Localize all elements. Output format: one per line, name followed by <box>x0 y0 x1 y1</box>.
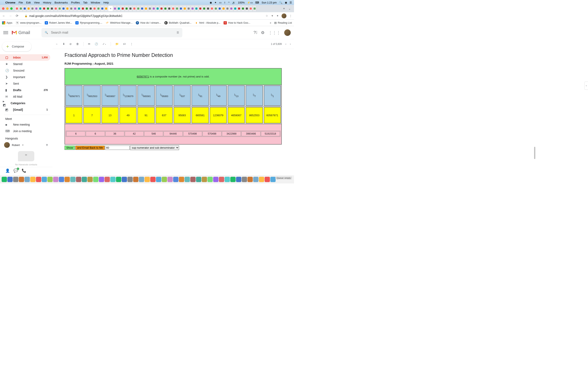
browser-tab[interactable] <box>85 6 89 11</box>
browser-tab[interactable] <box>50 6 54 11</box>
dock-app-icon[interactable] <box>19 177 24 182</box>
dock-app-icon[interactable] <box>13 177 18 182</box>
browser-tab[interactable] <box>46 6 50 11</box>
dock-app-icon[interactable] <box>259 177 264 182</box>
menu-file[interactable]: File <box>18 1 23 4</box>
close-tab-icon[interactable]: ✕ <box>110 7 112 10</box>
apps-shortcut[interactable]: Apps <box>2 21 12 25</box>
browser-tab[interactable] <box>175 6 179 11</box>
support-icon[interactable]: ?⃝ <box>254 30 257 35</box>
browser-tab[interactable] <box>132 6 136 11</box>
chevron-down-icon[interactable]: ▼ <box>22 144 24 146</box>
bookmark-item[interactable]: ●Robert James Met... <box>45 21 72 25</box>
volume-icon[interactable]: 🔊 <box>232 1 235 4</box>
browser-tab[interactable] <box>31 6 35 11</box>
person-icon[interactable]: 👤 <box>5 168 10 173</box>
reading-list-button[interactable]: ▤Reading List <box>274 21 292 24</box>
menu-tab[interactable]: Tab <box>83 1 87 4</box>
clock[interactable]: Sun 1:23 pm <box>261 1 277 4</box>
prev-mail-icon[interactable]: ‹ <box>285 43 286 45</box>
dock-app-icon[interactable] <box>190 177 196 182</box>
browser-tab[interactable] <box>218 6 222 11</box>
phone-icon[interactable]: 📞 <box>22 168 26 173</box>
dock-app-icon[interactable] <box>104 177 110 182</box>
browser-tab[interactable] <box>229 6 233 11</box>
search-input[interactable] <box>51 31 174 34</box>
sidebar-item-categories[interactable]: ▸ ◩Categories <box>0 100 50 106</box>
menu-view[interactable]: View <box>34 1 40 4</box>
dock-app-icon[interactable] <box>196 177 201 182</box>
tested-number[interactable]: 60567871 <box>137 75 149 78</box>
dock-app-icon[interactable] <box>116 177 121 182</box>
browser-tab[interactable] <box>69 6 73 11</box>
sidebar-item-gmail[interactable]: ◩[Gmail]1 <box>0 106 50 113</box>
bookmark-item[interactable]: aRjmprogramming.... <box>75 21 102 25</box>
browser-tab[interactable] <box>214 6 218 11</box>
dock-app-icon[interactable] <box>70 177 76 182</box>
dock-app-icon[interactable] <box>93 177 98 182</box>
menu-bookmarks[interactable]: Bookmarks <box>54 1 68 4</box>
browser-tab[interactable] <box>187 6 191 11</box>
input-icon[interactable]: ⌨ <box>255 1 259 4</box>
chat-icon[interactable]: 💬 <box>13 168 18 173</box>
airplay-icon[interactable]: ▭ <box>219 1 222 4</box>
bookmark-item[interactable]: GHow to Hack Goo... <box>224 21 250 25</box>
more-icon[interactable]: ⋮ <box>130 42 133 45</box>
browser-tab[interactable] <box>167 6 171 11</box>
compose-button[interactable]: + Compose <box>2 42 31 51</box>
dock-app-icon[interactable] <box>167 177 173 182</box>
battery-icon[interactable]: ⚡▭ <box>247 1 253 4</box>
browser-tab[interactable] <box>66 6 69 11</box>
browser-tab[interactable] <box>233 6 237 11</box>
snooze-icon[interactable]: 🕑 <box>95 42 98 45</box>
menu-profiles[interactable]: Profiles <box>71 1 80 4</box>
browser-tab[interactable] <box>129 6 132 11</box>
browser-tab[interactable] <box>210 6 214 11</box>
browser-tab[interactable] <box>81 6 85 11</box>
show-button[interactable]: Show <box>65 146 75 150</box>
account-avatar[interactable] <box>284 29 291 36</box>
dock-app-icon[interactable] <box>173 177 178 182</box>
status-icon[interactable]: ✦ <box>214 1 217 4</box>
browser-tab[interactable] <box>249 6 253 11</box>
dock-app-icon[interactable] <box>213 177 218 182</box>
app-name[interactable]: Chrome <box>5 1 15 4</box>
sidebar-item-starred[interactable]: ★Starred <box>0 61 50 67</box>
spam-icon[interactable]: ⊘ <box>69 42 72 45</box>
browser-tab[interactable] <box>113 6 117 11</box>
browser-tab[interactable] <box>23 6 27 11</box>
menu-edit[interactable]: Edit <box>26 1 31 4</box>
dock-app-icon[interactable] <box>127 177 133 182</box>
menu-history[interactable]: History <box>43 1 51 4</box>
apps-grid-icon[interactable]: ⋮⋮⋮ <box>268 30 281 35</box>
browser-tab[interactable] <box>100 6 104 11</box>
number-input[interactable] <box>105 146 130 150</box>
search-container[interactable]: 🔍 ☰ <box>42 28 182 37</box>
archive-icon[interactable]: ⬇ <box>63 42 65 45</box>
meet-new-button[interactable]: ■New meeting <box>0 121 50 128</box>
dock-app-icon[interactable] <box>185 177 190 182</box>
star-icon[interactable]: ☆ <box>266 14 268 17</box>
dock-app-icon[interactable] <box>230 177 236 182</box>
next-mail-icon[interactable]: › <box>290 43 291 45</box>
dock-app-icon[interactable] <box>242 177 247 182</box>
dock-app-icon[interactable] <box>82 177 87 182</box>
browser-tab[interactable] <box>183 6 187 11</box>
browser-tab[interactable] <box>96 6 100 11</box>
dock-app-icon[interactable] <box>247 177 253 182</box>
extensions-icon[interactable]: ✦ <box>277 14 279 17</box>
browser-tab[interactable] <box>226 6 229 11</box>
browser-tab[interactable] <box>62 6 66 11</box>
bookmark-item[interactable]: cPWebHost Manage... <box>105 21 132 25</box>
close-window-icon[interactable] <box>2 7 4 10</box>
address-bar[interactable]: 🔒 mail.google.com/mail/u/0/#inbox/FMfcgz… <box>22 13 263 19</box>
dock-app-icon[interactable] <box>99 177 104 182</box>
browser-tab[interactable] <box>171 6 175 11</box>
browser-tab[interactable] <box>136 6 140 11</box>
profile-avatar[interactable] <box>282 13 286 18</box>
minimize-window-icon[interactable] <box>6 7 9 10</box>
back-button[interactable]: ← <box>2 14 6 18</box>
meet-join-button[interactable]: ⌨Join a meeting <box>0 128 50 134</box>
main-menu-icon[interactable] <box>3 30 8 35</box>
browser-tab[interactable] <box>42 6 46 11</box>
